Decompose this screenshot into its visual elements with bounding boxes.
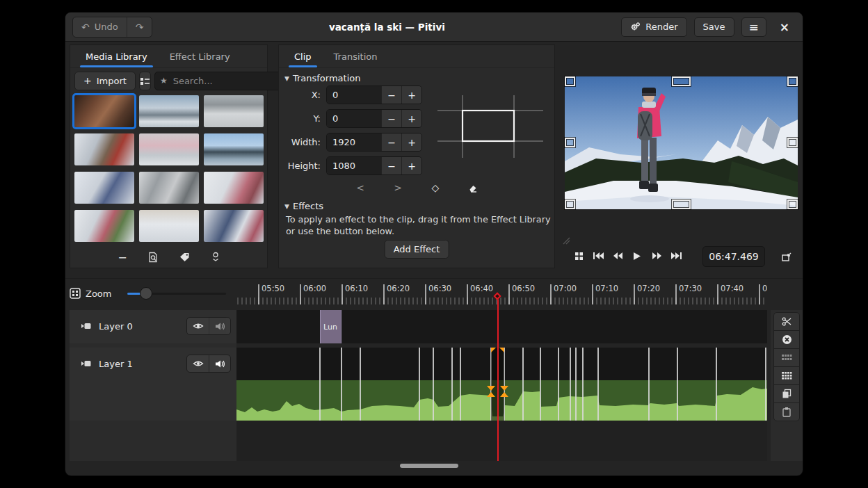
media-thumbnail[interactable] — [204, 172, 264, 204]
resize-grip[interactable] — [562, 236, 570, 245]
add-effect-button[interactable]: Add Effect — [385, 240, 449, 259]
transform-handle-bottom-left[interactable] — [565, 200, 575, 209]
split-clip-button[interactable] — [773, 312, 800, 331]
width-value[interactable]: 1920 — [327, 133, 381, 151]
tab-media-library[interactable]: Media Library — [76, 45, 157, 67]
layer0-track[interactable]: Lun — [236, 310, 767, 343]
x-increment-button[interactable]: + — [401, 86, 421, 104]
clip-boundary[interactable] — [570, 348, 571, 421]
prev-keyframe-button[interactable]: < — [351, 180, 370, 195]
list-view-toggle[interactable] — [139, 72, 151, 90]
media-thumbnail[interactable] — [204, 133, 264, 165]
clip-boundary[interactable] — [522, 348, 524, 421]
transform-handle-top-left[interactable] — [565, 76, 575, 86]
clip-boundary[interactable] — [360, 348, 361, 421]
clip-boundary[interactable] — [451, 348, 453, 421]
transform-handle-right[interactable] — [787, 138, 798, 147]
media-thumbnail[interactable] — [139, 172, 199, 204]
clip-boundary[interactable] — [716, 348, 717, 421]
transform-handle-top-right[interactable] — [787, 76, 798, 86]
x-decrement-button[interactable]: − — [381, 86, 401, 104]
menu-button[interactable]: ≡ — [741, 17, 766, 37]
layer0-audio-toggle[interactable] — [209, 318, 230, 334]
skip-start-button[interactable] — [588, 247, 608, 265]
tag-icon[interactable] — [179, 252, 191, 262]
clip-boundary[interactable] — [319, 348, 321, 421]
clip-boundary[interactable] — [597, 348, 599, 421]
effects-expander[interactable]: ▼ Effects — [284, 201, 323, 211]
transform-handle-bottom-right[interactable] — [787, 200, 798, 209]
media-thumbnail[interactable] — [204, 210, 264, 242]
media-thumbnail[interactable] — [139, 210, 199, 242]
clip-boundary[interactable] — [582, 348, 584, 421]
tab-clip[interactable]: Clip — [284, 45, 321, 67]
layer1-track[interactable] — [236, 348, 767, 421]
transformation-expander[interactable]: ▼ Transformation — [284, 73, 360, 83]
delete-clip-button[interactable] — [773, 330, 800, 349]
media-thumbnail[interactable] — [74, 172, 134, 204]
timeline-ruler[interactable]: 05:5006:0006:1006:2006:3006:4006:5007:00… — [236, 282, 767, 306]
media-thumbnail[interactable] — [74, 210, 134, 242]
clip-boundary[interactable] — [419, 348, 420, 421]
zoom-fit-icon[interactable] — [70, 288, 81, 299]
clip-boundary[interactable] — [677, 348, 678, 421]
transform-handle-left[interactable] — [565, 138, 575, 147]
timeline-empty-area[interactable] — [236, 421, 767, 461]
selection-handle-top-left[interactable] — [491, 348, 496, 352]
remove-clip-button[interactable]: − — [118, 251, 127, 264]
media-thumbnail[interactable] — [74, 133, 134, 165]
import-button[interactable]: + Import — [74, 72, 136, 90]
y-increment-button[interactable]: + — [401, 110, 421, 127]
y-value[interactable]: 0 — [327, 110, 381, 127]
undo-button[interactable]: ↶ Undo — [73, 17, 127, 37]
save-button[interactable]: Save — [694, 17, 734, 37]
height-decrement-button[interactable]: − — [381, 157, 401, 174]
viewer-video[interactable] — [565, 76, 798, 209]
keyframe-handle-right[interactable] — [500, 386, 508, 397]
media-thumbnail[interactable] — [139, 133, 199, 165]
width-increment-button[interactable]: + — [401, 133, 421, 151]
search-input[interactable] — [172, 75, 293, 87]
layer1-visibility-toggle[interactable] — [187, 355, 209, 372]
zoom-slider-knob[interactable] — [140, 287, 152, 300]
width-decrement-button[interactable]: − — [381, 133, 401, 151]
paste-button[interactable] — [773, 402, 800, 421]
x-value[interactable]: 0 — [327, 86, 381, 104]
horizontal-scrollbar[interactable] — [400, 464, 458, 468]
timeline-title-clip[interactable]: Lun — [320, 310, 341, 343]
keyframe-handle-left[interactable] — [487, 386, 495, 397]
height-increment-button[interactable]: + — [401, 157, 421, 174]
height-value[interactable]: 1080 — [327, 157, 381, 174]
close-button[interactable]: × — [773, 17, 796, 37]
viewer-layout-button[interactable] — [569, 247, 588, 265]
transform-handle-top[interactable] — [672, 76, 691, 86]
layer0-visibility-toggle[interactable] — [187, 318, 209, 334]
selection-handle-top-right[interactable] — [499, 348, 504, 352]
clip-boundary[interactable] — [540, 348, 541, 421]
next-keyframe-button[interactable]: > — [388, 180, 408, 195]
insert-at-end-icon[interactable] — [211, 252, 220, 263]
tab-transition[interactable]: Transition — [324, 45, 387, 67]
toggle-keyframe-button[interactable]: ◇ — [426, 180, 445, 195]
clip-boundary[interactable] — [765, 348, 766, 421]
clip-boundary[interactable] — [648, 348, 650, 421]
timecode-entry[interactable]: 06:47.469 — [702, 246, 765, 267]
y-decrement-button[interactable]: − — [381, 110, 401, 127]
group-button[interactable] — [773, 366, 800, 385]
tab-effect-library[interactable]: Effect Library — [160, 45, 240, 67]
zoom-slider[interactable] — [127, 287, 226, 300]
clip-boundary[interactable] — [575, 348, 577, 421]
clip-boundary[interactable] — [558, 348, 559, 421]
clip-boundary[interactable] — [341, 348, 342, 421]
copy-button[interactable] — [773, 384, 800, 403]
layer1-header[interactable]: Layer 1 — [70, 348, 236, 421]
media-thumbnail[interactable] — [139, 95, 199, 127]
layer0-header[interactable]: Layer 0 — [70, 310, 236, 343]
clip-boundary[interactable] — [433, 348, 434, 421]
media-thumbnail[interactable] — [74, 95, 134, 127]
reset-keyframes-button[interactable] — [463, 180, 483, 195]
rewind-button[interactable] — [608, 247, 627, 265]
render-button[interactable]: Render — [621, 17, 686, 37]
ungroup-button[interactable] — [773, 348, 800, 367]
timeline-tracks[interactable]: Lun — [236, 310, 767, 461]
